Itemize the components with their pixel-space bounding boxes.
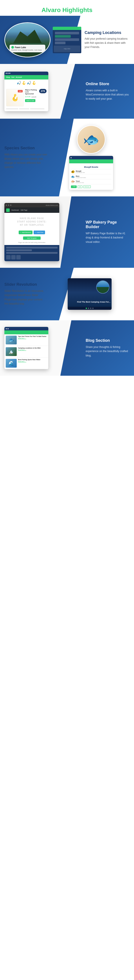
blog-nav-bar [5,330,48,334]
nav-cart: Cart [11,76,15,78]
species-title: Species Section [5,146,48,150]
species-screen-header [69,156,113,159]
screen-header-bar [53,27,81,30]
fawn-lake-info-card: Fawn Lake bluefish tuna, bluegill bowtie… [10,45,45,52]
page-title: Alvaro Highlights [5,6,129,14]
header-dot-1 [6,73,7,74]
icon-3 [16,255,21,259]
add-row-label: Add Row [37,232,43,233]
species-content: Species Section With Alvaro you can crea… [0,119,134,196]
species-fish-info-2: Bass Largemouth bass [76,175,111,178]
store-title: Online Store [86,82,129,86]
species-screen-mockup: Bluegill Bowtie 🐠 Bluegill Freshwater fi… [69,156,113,190]
sale-badge: Sale [18,90,23,92]
builder-toolbar: alvaro-theme.com [5,203,59,207]
wp-bar-item-1: Dashboard [11,209,19,211]
nav-shop: Shop [6,76,10,78]
store-screen-header [5,72,48,75]
icon-1 [6,255,11,259]
blog-fish-bg: 🐟 [6,336,17,344]
remove-species-btn[interactable]: Remove [83,185,91,188]
camping-screen-mockup: map view [53,27,81,53]
audio-icon [11,46,14,49]
slider-dot-1[interactable] [86,308,87,309]
species-fish-info-3: Trout Rainbow trout [76,180,111,183]
blog-read-more-2[interactable]: Read More → [18,349,47,350]
blog-water-emoji: 🌊 [8,361,14,366]
product-image: 🪝 Sale [6,89,24,107]
slider-dot-2[interactable] [88,308,89,309]
slider-rev-title: Slider Revolution [5,282,46,287]
screen-row-3 [55,38,79,41]
blog-post-content-1: Tips And Tricks For Fish To Bait Faster … [18,336,47,339]
screen-row-1 [55,32,79,34]
wpbakery-content: alvaro-theme.com Dashboard Edit Page HAV… [0,196,134,268]
builder-hint: Page can also be built using shortcodes [6,242,58,243]
slider-mockup-card: Learn The Latest Tips & Tricks In Catchi… [68,278,111,310]
add-species-btn[interactable]: + Add [71,185,77,188]
builder-row-1 [6,247,58,248]
blog-post-img-3: 🌊 [6,359,17,368]
builder-bottom-icons [6,255,58,259]
slider-rev-wrapper: Slider Revolution Slider Revolution is a… [0,268,134,320]
species-image: 🐟 Bluegill Bowtie 🐠 [53,125,129,190]
blank-page-text: HAVE BLANK PAGESTART ADDING CONTE-NT OR … [6,215,58,229]
edit-species-btn[interactable]: Edit [77,185,82,188]
toolbar-url: alvaro-theme.com [46,205,58,206]
blog-screen-header [5,327,48,330]
blog-post-img-1: 🐟 [6,336,17,344]
fish-name-3: Trout [76,180,111,182]
toolbar-dot-2 [8,205,9,206]
add-row-btn[interactable]: + Add Row [34,231,45,234]
blog-read-more-1[interactable]: Read More → [18,337,47,339]
store-product-area: 🪝 Sale 50pcs Fishing Lure Spinnerbit £14… [5,87,48,108]
species-fish-name: Bluegill Bowtie [71,165,111,169]
wp-logo [6,208,10,212]
camping-wrapper: Fawn Lake bluefish tuna, bluegill bowtie… [0,16,134,64]
builder-row-2 [6,250,32,251]
store-nav-bar: Shop Cart Account [5,75,48,80]
species-section: Species Section With Alvaro you can crea… [0,119,134,196]
screen-row-4 [55,41,65,44]
blog-post-img-2: 🏔️ [6,347,17,356]
slider-revolution-section: Slider Revolution Slider Revolution is a… [0,268,134,320]
blog-wrapper: 🐟 Tips And Tricks For Fish To Bait Faste… [0,320,134,376]
camping-description: Add your prefered camping locations with… [85,37,129,49]
camping-text: Camping Locations Add your prefered camp… [85,30,129,49]
toolbar-dot-3 [10,205,11,206]
blog-section: 🐟 Tips And Tricks For Fish To Bait Faste… [0,320,134,376]
camping-section: Fawn Lake bluefish tuna, bluegill bowtie… [0,16,134,64]
product-price: £14.85 [25,95,30,98]
add-template-label: Add Template [27,237,37,239]
wpbakery-image: alvaro-theme.com Dashboard Edit Page HAV… [5,203,82,261]
add-element-btn[interactable]: + Add Element [19,231,33,234]
fish-name-1: Bluegill [76,170,111,172]
slider-rev-image: Learn The Latest Tips & Tricks In Catchi… [49,278,129,310]
fawn-lake-image: Fawn Lake bluefish tuna, bluegill bowtie… [5,22,50,57]
add-template-btn[interactable]: Add Template [23,237,40,240]
blog-read-more-3[interactable]: Read More → [18,361,47,362]
nav-account: Account [16,76,22,78]
store-section: Shop Cart Account 🎣 🪝 🎣 🪝 [0,64,134,119]
blog-post-title-2: Camping Locations in the Wild [18,347,47,349]
lake-fish-description: bluefish tuna, bluegill bowtie, rock bas… [11,49,44,51]
blog-title: Blog Section [86,338,129,343]
store-content: Shop Cart Account 🎣 🪝 🎣 🪝 [0,65,134,118]
product-old-price: £18.85 [31,96,36,98]
slider-dot-3[interactable] [90,308,91,309]
fish-desc-2: Largemouth bass [76,177,111,178]
blog-lake-bg: 🏔️ [6,347,17,356]
slider-rev-content: Slider Revolution Slider Revolution is a… [0,272,134,317]
add-to-cart-btn[interactable]: Add to Cart [25,99,36,102]
species-btn-row: + Add Edit Remove [71,185,111,188]
species-description: With Alvaro you can create your own libr… [5,153,48,169]
blog-dot-2 [8,328,8,329]
slider-dot-4[interactable] [92,308,94,309]
builder-row-3 [6,252,58,254]
species-text: Species Section With Alvaro you can crea… [5,146,48,169]
slider-find-text: Find The Best Camping Areas For... [77,301,110,304]
builder-btn-row-1: + Add Element + Add Row [6,231,58,234]
slider-rev-text: Slider Revolution Slider Revolution is a… [5,282,46,306]
slider-rev-description: Slider Revolution is an innovative, resp… [5,289,46,306]
camping-content: Fawn Lake bluefish tuna, bluegill bowtie… [0,16,134,64]
